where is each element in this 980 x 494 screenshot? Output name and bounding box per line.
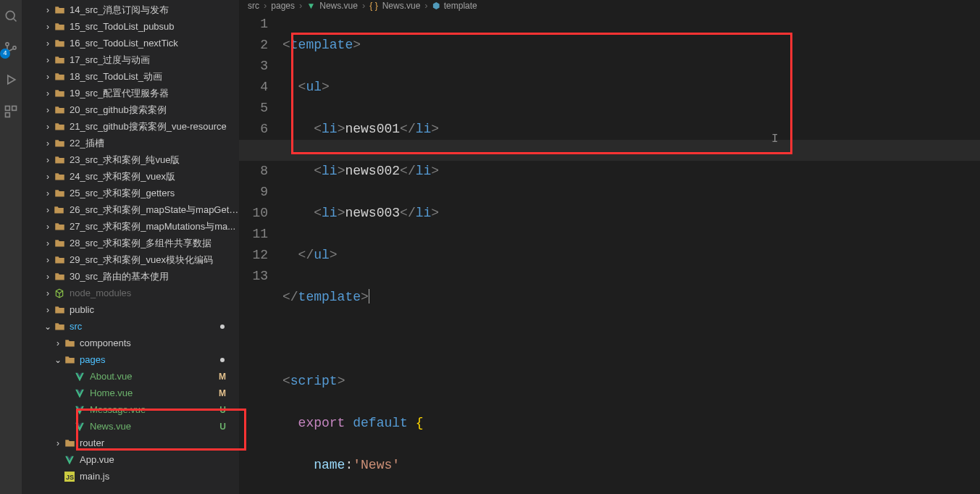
tree-item[interactable]: ›JSmain.js <box>22 468 239 485</box>
chevron-icon[interactable]: › <box>42 38 54 49</box>
search-icon[interactable] <box>2 7 20 25</box>
tree-item[interactable]: ›router <box>22 435 239 451</box>
folder-icon <box>64 438 75 449</box>
folder-icon <box>54 88 65 99</box>
tree-item[interactable]: ›23_src_求和案例_纯vue版 <box>22 151 239 168</box>
tree-item[interactable]: ›node_modules <box>22 285 239 301</box>
chevron-icon[interactable]: › <box>42 5 54 15</box>
tree-item[interactable]: ›26_src_求和案例_mapState与mapGett... <box>22 201 239 218</box>
folder-icon <box>54 4 65 16</box>
tree-item[interactable]: ›27_src_求和案例_mapMutations与ma... <box>22 218 239 235</box>
tree-item[interactable]: ›14_src_消息订阅与发布 <box>22 1 239 18</box>
folder-icon <box>54 221 65 233</box>
chevron-icon[interactable]: › <box>42 138 54 148</box>
folder-icon <box>54 138 65 149</box>
tree-item[interactable]: ›Home.vueM <box>22 385 239 401</box>
tree-item[interactable]: ›18_src_TodoList_动画 <box>22 68 239 85</box>
chevron-icon[interactable]: › <box>52 438 64 448</box>
tree-item[interactable]: ›App.vue <box>22 451 239 468</box>
code-content[interactable]: <template> <ul> <li>news001</li> <li>new… <box>282 11 980 494</box>
chevron-icon[interactable]: › <box>42 222 54 232</box>
folder-icon <box>54 321 65 332</box>
chevron-icon[interactable]: › <box>42 105 54 115</box>
chevron-icon[interactable]: › <box>42 155 54 165</box>
tree-item[interactable]: ›16_src_TodoList_nextTick <box>22 35 239 51</box>
npm-icon <box>54 288 65 299</box>
chevron-icon[interactable]: › <box>42 205 54 215</box>
tree-item[interactable]: ›Message.vueU <box>22 401 239 418</box>
tree-item[interactable]: ›24_src_求和案例_vuex版 <box>22 168 239 185</box>
vue-icon <box>74 371 85 382</box>
tree-item[interactable]: ⌄src <box>22 318 239 335</box>
folder-icon <box>54 254 65 266</box>
svg-rect-7 <box>12 106 17 111</box>
tree-label: 26_src_求和案例_mapState与mapGett... <box>70 204 239 217</box>
tree-item[interactable]: ›28_src_求和案例_多组件共享数据 <box>22 235 239 251</box>
brackets-icon: { } <box>369 1 377 11</box>
chevron-icon[interactable]: › <box>42 55 54 65</box>
chevron-icon[interactable]: › <box>42 238 54 248</box>
tree-item[interactable]: ›25_src_求和案例_getters <box>22 185 239 201</box>
breadcrumb-item[interactable]: src <box>248 1 259 11</box>
chevron-icon[interactable]: › <box>42 22 54 32</box>
chevron-icon[interactable]: › <box>42 305 54 315</box>
tree-item[interactable]: ›29_src_求和案例_vuex模块化编码 <box>22 251 239 268</box>
tree-item[interactable]: ›About.vueM <box>22 368 239 385</box>
chevron-icon[interactable]: › <box>42 122 54 132</box>
chevron-right-icon: › <box>264 0 267 11</box>
chevron-icon[interactable]: › <box>42 288 54 298</box>
folder-icon <box>54 154 65 166</box>
chevron-icon[interactable]: › <box>42 72 54 82</box>
tree-label: router <box>80 438 104 448</box>
extensions-icon[interactable] <box>2 103 20 120</box>
editor-body[interactable]: 123 456 789 101112 13 <template> <ul> <l… <box>239 11 980 494</box>
tree-item[interactable]: ›15_src_TodoList_pubsub <box>22 18 239 35</box>
git-status: M <box>219 372 226 382</box>
breadcrumb-item[interactable]: template <box>444 1 477 11</box>
breadcrumb-item[interactable]: News.vue <box>319 1 358 11</box>
chevron-icon[interactable]: › <box>42 88 54 99</box>
folder-icon <box>54 204 65 216</box>
chevron-icon[interactable]: ⌄ <box>42 322 54 332</box>
tree-item[interactable]: ›19_src_配置代理服务器 <box>22 85 239 101</box>
scm-badge: 4 <box>0 49 10 59</box>
tree-item[interactable]: ›30_src_路由的基本使用 <box>22 268 239 285</box>
tree-item[interactable]: ›public <box>22 301 239 318</box>
chevron-icon[interactable]: › <box>42 172 54 182</box>
tree-item[interactable]: ›21_src_github搜索案例_vue-resource <box>22 118 239 135</box>
folder-icon <box>54 21 65 33</box>
breadcrumbs[interactable]: src › pages › ▼ News.vue › { } News.vue … <box>239 0 980 11</box>
chevron-icon[interactable]: ⌄ <box>52 355 64 365</box>
tree-label: 23_src_求和案例_纯vue版 <box>70 154 180 167</box>
tree-item[interactable]: ›News.vueU <box>22 418 239 435</box>
chevron-icon[interactable]: › <box>42 255 54 265</box>
breadcrumb-item[interactable]: News.vue <box>382 1 421 11</box>
chevron-icon[interactable]: › <box>42 272 54 282</box>
tree-label: About.vue <box>90 371 133 382</box>
tree-label: 14_src_消息订阅与发布 <box>70 4 169 17</box>
tree-item[interactable]: ›20_src_github搜索案例 <box>22 101 239 118</box>
tree-item[interactable]: ›22_插槽 <box>22 135 239 151</box>
source-control-icon[interactable]: 4 <box>2 39 20 56</box>
git-status: M <box>219 388 226 398</box>
chevron-icon[interactable]: › <box>42 188 54 198</box>
tree-label: 18_src_TodoList_动画 <box>70 70 162 83</box>
tree-label: 17_src_过度与动画 <box>70 54 150 67</box>
breadcrumb-item[interactable]: pages <box>271 1 295 11</box>
tree-label: 30_src_路由的基本使用 <box>70 270 169 283</box>
chevron-icon[interactable]: › <box>52 338 64 348</box>
folder-icon <box>54 38 65 49</box>
tree-label: Message.vue <box>90 404 146 415</box>
tree-item[interactable]: ›17_src_过度与动画 <box>22 51 239 68</box>
svg-point-0 <box>6 11 14 20</box>
activity-bar: 4 <box>0 0 22 494</box>
tree-item[interactable]: ›components <box>22 335 239 351</box>
tree-label: 19_src_配置代理服务器 <box>70 87 169 100</box>
tree-label: News.vue <box>90 421 131 432</box>
tree-item[interactable]: ⌄pages <box>22 351 239 368</box>
debug-icon[interactable] <box>2 71 20 88</box>
tree-label: pages <box>80 354 105 365</box>
file-explorer[interactable]: ›14_src_消息订阅与发布›15_src_TodoList_pubsub›1… <box>22 0 239 494</box>
tree-label: 16_src_TodoList_nextTick <box>70 38 178 49</box>
tree-label: public <box>70 304 94 315</box>
